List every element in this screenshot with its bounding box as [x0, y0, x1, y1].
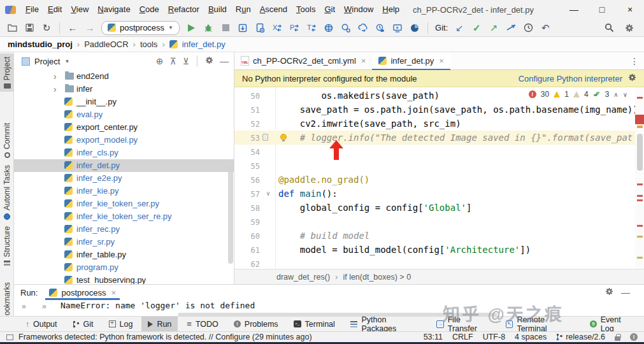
line-number[interactable]: 50 [234, 89, 260, 103]
profiling-icon[interactable] [409, 22, 420, 34]
back-icon[interactable]: ← [67, 22, 78, 34]
code-line-62[interactable]: 62 [234, 257, 635, 269]
bottom-tab-todo[interactable]: TODO [180, 317, 224, 331]
bottom-tab-git[interactable]: Git [66, 317, 100, 331]
bottom-tab-log[interactable]: Log [103, 317, 140, 331]
run-settings-gear-icon[interactable] [605, 287, 613, 297]
code-line-56[interactable]: 56@paddle.no_grad() [234, 173, 635, 187]
tree-item-end2end[interactable]: ›end2end [14, 70, 234, 83]
editor-vscrollbar[interactable] [637, 134, 643, 171]
tree-item-infer-table-py[interactable]: infer_table.py [14, 248, 234, 261]
tree-item-infer-e2e-py[interactable]: infer_e2e.py [14, 172, 234, 185]
status-item-utf-8[interactable]: UTF-8 [483, 333, 505, 341]
toolwindow-toggle-icon[interactable] [6, 334, 13, 340]
status-item-4-spaces[interactable]: 4 spaces [515, 333, 547, 341]
hide-panel-icon[interactable]: — [220, 56, 229, 66]
git-rollback-icon[interactable]: ↶ [540, 22, 551, 34]
breadcrumb-block[interactable]: if len(dt_boxes) > 0 [343, 273, 411, 282]
model-visualizer-icon[interactable] [323, 22, 334, 34]
git-commit-icon[interactable]: ✓ [471, 22, 482, 34]
breadcrumb-item-mindstudio-proj[interactable]: mindstudio_proj [8, 39, 73, 49]
bottom-tab-output[interactable]: Output [19, 317, 64, 331]
x2ms-transfer-icon[interactable]: X [271, 22, 283, 34]
code-line-58[interactable]: 58 global_config = config['Global'] [234, 201, 635, 215]
menu-item-file[interactable]: File [21, 0, 43, 19]
error-circle-icon[interactable] [630, 333, 638, 341]
bottom-tab-problems[interactable]: Problems [227, 317, 285, 331]
hide-panel-icon[interactable]: — [621, 287, 630, 297]
bottom-tab-run[interactable]: Run [141, 317, 178, 331]
search-everywhere-icon[interactable] [603, 22, 615, 34]
breadcrumb-item-paddleocr[interactable]: PaddleOCR [84, 39, 128, 49]
skip-to-end-icon[interactable]: » [22, 302, 26, 311]
tf-transfer-icon[interactable]: T [306, 22, 317, 34]
breadcrumb-item-infer-det-py[interactable]: infer_det.py [182, 39, 225, 49]
tree-item-infer-sr-py[interactable]: infer_sr.py [14, 236, 234, 248]
line-number[interactable]: 53 [234, 131, 260, 145]
code-line-52[interactable]: 52 cv2.imwrite(save_path, src_im) [234, 117, 635, 131]
tree-item-export-model-py[interactable]: export_model.py [14, 134, 234, 147]
stripe-tab-automl-tasks[interactable]: Automl Tasks [0, 162, 14, 223]
project-panel-title[interactable]: Project [34, 57, 60, 66]
line-number[interactable]: 54 [234, 145, 260, 159]
code-editor[interactable]: 50 os.makedirs(save_path)51 save_path = … [234, 87, 635, 269]
menu-item-ascend[interactable]: Ascend [255, 0, 292, 19]
menu-item-build[interactable]: Build [204, 0, 231, 19]
minimize-button[interactable]: — [560, 0, 588, 19]
menu-item-edit[interactable]: Edit [43, 0, 66, 19]
stripe-tab-commit[interactable]: Commit [0, 120, 14, 161]
menu-item-run[interactable]: Run [231, 0, 255, 19]
tree-item-infer-kie-py[interactable]: infer_kie.py [14, 185, 234, 197]
status-item-crlf[interactable]: CRLF [452, 333, 473, 341]
bottom-tab-file-transfer[interactable]: File Transfer [430, 317, 497, 331]
bottom-tab-python-packages[interactable]: Python Packages [344, 317, 427, 331]
breadcrumb-item-tools[interactable]: tools [140, 39, 157, 49]
project-scrollbar[interactable] [228, 167, 233, 264]
open-folder-icon[interactable] [6, 22, 18, 34]
status-message[interactable]: Frameworks detected: Python framework is… [18, 333, 312, 341]
git-cherry-pick-icon[interactable] [505, 22, 517, 34]
code-line-57[interactable]: 57∨def main(): [234, 187, 635, 201]
debug-button[interactable] [203, 22, 214, 34]
cloud-sync-icon[interactable] [357, 22, 369, 34]
tree-item-program-py[interactable]: program.py [14, 261, 234, 274]
git-update-icon[interactable]: ↙ [454, 22, 465, 34]
settings-gear-icon[interactable] [624, 22, 635, 34]
tree-item-infer-rec-py[interactable]: infer_rec.py [14, 223, 234, 236]
bottom-tab-terminal[interactable]: Terminal [287, 317, 341, 331]
lock-icon[interactable] [615, 336, 620, 341]
menu-item-window[interactable]: Window [340, 0, 378, 19]
tab-options-icon[interactable]: ⋮ [630, 56, 639, 66]
tree-item-infer-kie-token-ser-py[interactable]: infer_kie_token_ser.py [14, 197, 234, 210]
editor-tab-ch-pp-ocrv2-det-cml-yml[interactable]: ch_PP-OCRv2_det_cml.yml× [234, 52, 372, 70]
file-settings-icon[interactable] [254, 22, 266, 34]
line-number[interactable]: 62 [234, 257, 260, 269]
code-line-61[interactable]: 61 model = build_model(config['Architect… [234, 243, 635, 257]
line-number[interactable]: 51 [234, 103, 260, 117]
line-number[interactable]: 56 [234, 173, 260, 187]
stripe-tab-bookmarks[interactable]: Bookmarks [0, 279, 14, 316]
code-line-59[interactable]: 59 [234, 215, 635, 229]
menu-item-git[interactable]: Git [320, 0, 340, 19]
close-button[interactable]: × [616, 0, 644, 19]
line-number[interactable]: 57 [234, 187, 260, 201]
line-number[interactable]: 52 [234, 117, 260, 131]
line-number[interactable]: 60 [234, 229, 260, 243]
git-history-icon[interactable] [522, 22, 534, 34]
configure-interpreter-link[interactable]: Configure Python interpreter [519, 74, 622, 83]
error-stripe[interactable] [635, 87, 644, 269]
next-problem-icon[interactable]: ∨ [623, 91, 627, 98]
code-line-51[interactable]: 51 save_path = os.path.join(save_path, o… [234, 103, 635, 117]
prev-problem-icon[interactable]: ∧ [613, 91, 618, 98]
sync-icon[interactable]: ↻ [41, 22, 52, 34]
code-line-60[interactable]: 60 # build model [234, 229, 635, 243]
stop-button[interactable] [220, 22, 231, 34]
run-button[interactable] [185, 22, 197, 34]
menu-item-navigate[interactable]: Navigate [93, 0, 134, 19]
tree-item-export-center-py[interactable]: export_center.py [14, 121, 234, 134]
tree-item-test-hubserving-py[interactable]: test_hubserving.py [14, 274, 234, 284]
inspections-widget[interactable]: ! 30 1 4 ✓ 3 ∧ ∨ [526, 89, 630, 99]
locate-file-icon[interactable]: ⊕ [156, 56, 164, 66]
install-package-icon[interactable] [237, 22, 248, 34]
save-icon[interactable] [24, 22, 35, 34]
